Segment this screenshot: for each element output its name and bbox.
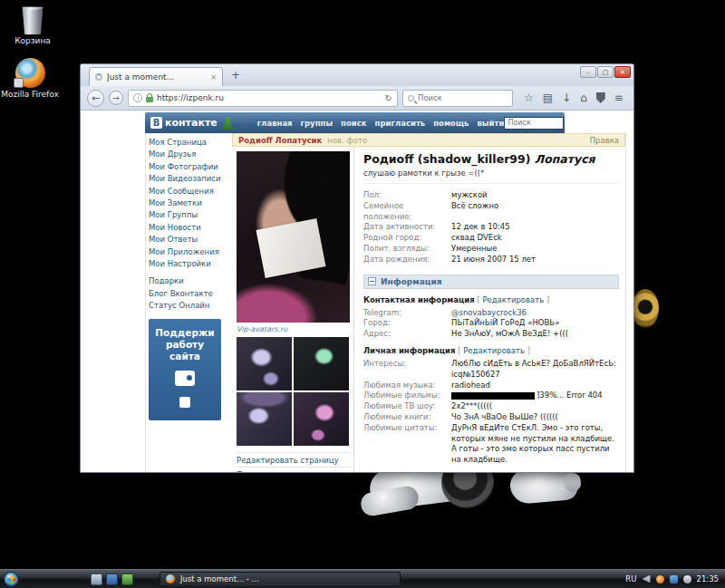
- taskbar: Just a moment... - ... RU 21:35: [0, 569, 725, 588]
- start-button[interactable]: [4, 572, 19, 587]
- sidebar-item-groups[interactable]: Мои Группы: [149, 209, 232, 221]
- sidebar-item-friends[interactable]: Мои Друзья: [149, 149, 232, 160]
- sidebar-item-messages[interactable]: Мои Сообщения: [149, 186, 232, 198]
- menu-icon[interactable]: ≡: [614, 92, 624, 104]
- vk-logo[interactable]: В контакте: [150, 116, 234, 130]
- forward-button[interactable]: →: [109, 91, 123, 105]
- vk-body: Моя Страница Мои Друзья Мои Фотографии М…: [145, 133, 626, 472]
- info-section-header[interactable]: − Информация: [363, 275, 619, 289]
- field-value: ЛюбЛю сИдЕть в АсЬкЕ? ДоБаВлЯЙтЕсЬ: icq№…: [451, 359, 619, 381]
- vk-nav-home[interactable]: главная: [257, 119, 293, 128]
- adblock-shield-icon[interactable]: [596, 92, 605, 103]
- home-icon[interactable]: ⌂: [580, 92, 587, 104]
- photo-watermark[interactable]: Vip-avatars.ru: [237, 325, 351, 333]
- bracket: ]: [527, 346, 530, 355]
- downloads-icon[interactable]: ↓: [562, 92, 571, 104]
- sidebar-item-status[interactable]: Статус Онлайн: [149, 300, 232, 312]
- change-avatar-link[interactable]: Поменять аватар: [237, 468, 351, 472]
- sidebar-item-videos[interactable]: Мои Видеозаписи: [149, 173, 232, 185]
- vk-nav-groups[interactable]: группы: [301, 119, 334, 128]
- vk-nav-invite[interactable]: пригласить: [375, 119, 426, 128]
- vk-main-area: Родиоff Лопатусик нов. фото Правка Vip-a…: [232, 133, 625, 472]
- vk-nav-search[interactable]: поиск: [341, 119, 366, 128]
- sidebar-item-answers[interactable]: Мои Ответы: [149, 234, 232, 246]
- notice-edit-link[interactable]: Правка: [590, 136, 619, 145]
- tab-favicon-spinner-icon: [95, 73, 102, 81]
- tray-update-icon[interactable]: [656, 575, 664, 583]
- url-bar[interactable]: i https://izpenk.ru ↻: [128, 90, 398, 107]
- sidebar-item-news[interactable]: Мои Новости: [149, 222, 232, 234]
- sidebar-item-notes[interactable]: Мои Заметки: [149, 198, 232, 209]
- url-text[interactable]: https://izpenk.ru: [157, 93, 224, 102]
- close-button[interactable]: ✕: [614, 66, 631, 78]
- edit-personal-link[interactable]: Редактировать: [463, 346, 525, 355]
- desktop-icon-recycle-bin[interactable]: Корзина: [3, 5, 63, 45]
- browser-titlebar[interactable]: Just a moment... ✕ + – ▢ ✕: [81, 64, 633, 86]
- vk-nav-logout[interactable]: выйти: [477, 119, 504, 128]
- edit-page-link[interactable]: Редактировать страницу: [237, 453, 351, 468]
- notice-user-name[interactable]: Родиоff Лопатусик: [238, 136, 322, 145]
- notice-bar: Родиоff Лопатусик нов. фото Правка: [232, 133, 625, 147]
- tray-network-icon[interactable]: [670, 575, 678, 583]
- sidebar-item-blog[interactable]: Блог Вконтакте: [149, 288, 232, 300]
- quicklaunch-explorer-icon[interactable]: [106, 574, 118, 585]
- new-tab-button[interactable]: +: [231, 69, 240, 82]
- bookmarks-menu-icon[interactable]: ▤: [543, 92, 553, 104]
- vk-page: В контакте главная группы поиск пригласи…: [145, 112, 626, 472]
- sidebar-item-my-page[interactable]: Моя Страница: [149, 137, 232, 149]
- edit-contact-link[interactable]: Редактировать: [482, 295, 544, 304]
- vk-nav-help[interactable]: помощь: [433, 119, 469, 128]
- tray-volume-icon[interactable]: [683, 575, 691, 583]
- personal-field-row: Любимые фильмы: ]39%... Error 404: [363, 390, 619, 401]
- site-info-icon[interactable]: i: [133, 93, 142, 102]
- profile-name: Родиоff (shadow_killer99) Лопатуся: [363, 152, 619, 166]
- personal-field-row: Любимые книги: Чо ЗнА чВаОе ВыШе? ((((((: [363, 412, 619, 423]
- profile-field-row: Семейное положение: Всё сложно: [363, 201, 619, 223]
- photo-thumb[interactable]: [294, 337, 349, 390]
- quick-launch: [91, 574, 133, 585]
- field-label: Любимые фильмы:: [363, 390, 451, 401]
- profile-photo[interactable]: [237, 151, 350, 323]
- censored-bar: [451, 392, 535, 400]
- sidebar-item-gifts[interactable]: Подарки: [149, 275, 232, 287]
- quicklaunch-media-icon[interactable]: [121, 574, 133, 585]
- quicklaunch-window-icon[interactable]: [91, 574, 102, 585]
- support-site-banner[interactable]: Поддержи работу сайта: [149, 319, 221, 420]
- field-label: Любимые ТВ шоу:: [363, 401, 451, 412]
- taskbar-firefox-button[interactable]: Just a moment... - ...: [160, 572, 401, 587]
- tray-hidden-icons-arrow[interactable]: [643, 575, 651, 583]
- vk-sidebar: Моя Страница Мои Друзья Мои Фотографии М…: [146, 133, 232, 472]
- field-value: ДуРнЯ вЕдИте СтЕкЛ. Эмо - это готы, кото…: [451, 423, 619, 466]
- minimize-button[interactable]: –: [580, 66, 596, 78]
- browser-search-box[interactable]: [402, 90, 513, 107]
- vk-header-search-input[interactable]: [504, 117, 564, 130]
- sidebar-item-apps[interactable]: Мои Приложения: [149, 246, 232, 258]
- field-label: Полит. взгляды:: [363, 244, 451, 255]
- field-value: Умеренные: [451, 244, 498, 255]
- back-button[interactable]: ←: [87, 90, 104, 107]
- profile-status[interactable]: слушаю рамотки к грызе =((*: [363, 169, 619, 184]
- reload-icon[interactable]: ↻: [385, 93, 392, 103]
- tab-close-icon[interactable]: ✕: [210, 73, 217, 82]
- system-tray: RU 21:35: [625, 574, 721, 583]
- field-label: Город:: [363, 318, 451, 329]
- photo-thumb[interactable]: [294, 392, 349, 446]
- desktop-icon-firefox[interactable]: Mozilla Firefox: [0, 58, 60, 99]
- taskbar-clock[interactable]: 21:35: [697, 574, 720, 583]
- telegram-link[interactable]: @snovabaycrock36: [451, 308, 527, 319]
- sidebar-item-photos[interactable]: Мои Фотографии: [149, 161, 232, 173]
- search-icon: [408, 95, 414, 101]
- photo-thumb[interactable]: [237, 392, 292, 446]
- maximize-button[interactable]: ▢: [597, 66, 614, 78]
- browser-tab[interactable]: Just a moment... ✕: [89, 67, 223, 86]
- browser-search-input[interactable]: [418, 93, 490, 102]
- field-value: 21 июня 2007 15 лет: [451, 255, 536, 265]
- bracket: [: [477, 295, 479, 304]
- photo-thumb[interactable]: [237, 337, 292, 390]
- sidebar-item-settings[interactable]: Мои Настройки: [149, 258, 232, 270]
- language-indicator[interactable]: RU: [625, 574, 636, 583]
- profile-name-main: Родиоff (shadow_killer99): [363, 152, 530, 166]
- bookmark-star-icon[interactable]: ☆: [524, 92, 534, 104]
- collapse-toggle-icon[interactable]: −: [368, 277, 376, 285]
- photo-grid: [237, 337, 351, 446]
